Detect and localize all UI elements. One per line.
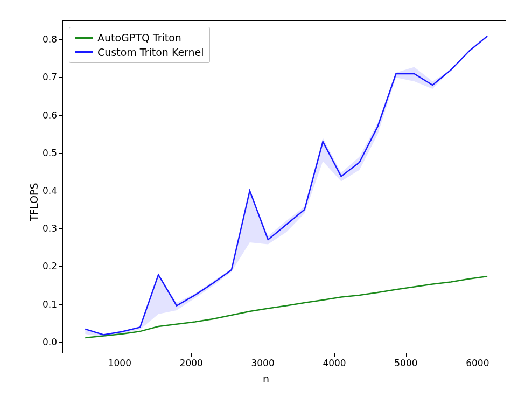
plot-svg (63, 21, 506, 353)
xtick (120, 353, 120, 357)
ytick-label: 0.1 (36, 299, 57, 310)
ytick (59, 153, 62, 154)
xtick-label: 4000 (323, 358, 346, 368)
ytick-label: 0.2 (36, 261, 57, 271)
xtick (263, 353, 263, 357)
ytick (59, 304, 62, 305)
xtick-label: 6000 (466, 358, 489, 368)
legend-swatch-blue (75, 51, 93, 53)
xtick (334, 353, 335, 357)
legend-item-autogptq: AutoGPTQ Triton (75, 31, 204, 45)
ytick-label: 0.4 (36, 185, 57, 196)
chart-figure: AutoGPTQ Triton Custom Triton Kernel n T… (0, 0, 532, 404)
ytick (59, 39, 62, 40)
legend-swatch-green (75, 37, 93, 39)
series-line-autogptq (85, 276, 487, 338)
plot-area (62, 20, 506, 353)
xtick-label: 1000 (108, 358, 131, 368)
ytick-label: 0.6 (36, 110, 57, 121)
legend-label: AutoGPTQ Triton (97, 31, 181, 45)
xtick (478, 353, 478, 357)
legend-item-custom: Custom Triton Kernel (75, 45, 204, 60)
ytick-label: 0.8 (36, 34, 57, 45)
legend: AutoGPTQ Triton Custom Triton Kernel (69, 27, 210, 63)
x-axis-label: n (263, 373, 269, 385)
ytick-label: 0.3 (36, 223, 57, 234)
legend-label: Custom Triton Kernel (97, 45, 204, 60)
ytick-label: 0.7 (36, 72, 57, 82)
ytick (59, 266, 62, 267)
xtick (191, 353, 192, 357)
ytick-label: 0.5 (36, 148, 57, 158)
ytick (59, 342, 62, 343)
xtick (406, 353, 407, 357)
xtick-label: 2000 (180, 358, 203, 368)
ytick (59, 228, 62, 229)
ytick (59, 77, 62, 78)
ytick (59, 191, 62, 191)
xtick-label: 3000 (251, 358, 274, 368)
xtick-label: 5000 (394, 358, 417, 368)
ytick-label: 0.0 (36, 337, 57, 347)
ytick (59, 115, 62, 116)
